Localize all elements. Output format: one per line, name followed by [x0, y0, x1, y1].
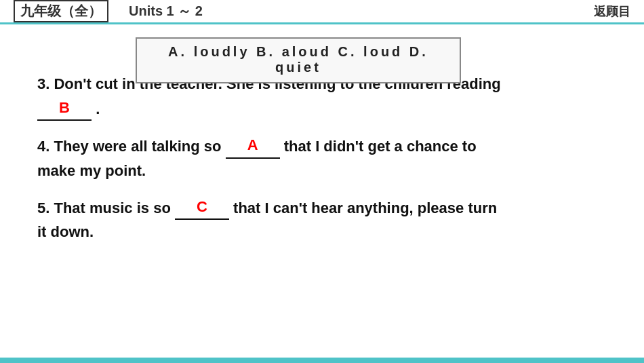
answer-options-box: A. loudly B. aloud C. loud D. quiet — [136, 37, 461, 83]
q5-text-after: that I can't hear anything, please turn — [233, 199, 497, 216]
q5-answer: C — [175, 195, 229, 220]
answer-line2: quiet — [150, 60, 446, 75]
q4-text-after2: make my point. — [37, 162, 146, 179]
back-button[interactable]: 返顾目 — [594, 3, 630, 20]
bottom-bar — [0, 358, 644, 363]
q5-text-before: That music is so — [54, 199, 170, 216]
q4-number: 4. — [37, 138, 54, 155]
question-5: 5. That music is so C that I can't hear … — [37, 195, 607, 244]
header-left: 九年级（全） Units 1 ～ 2 — [14, 0, 203, 22]
q3-text-after: . — [96, 100, 100, 117]
q4-answer: A — [226, 133, 280, 158]
q3-answer: B — [37, 96, 92, 121]
q5-number: 5. — [37, 199, 54, 216]
header: 九年级（全） Units 1 ～ 2 返顾目 — [0, 0, 644, 24]
content-area: 3. Don't cut in the teacher. She is list… — [0, 62, 644, 266]
q4-text-after: that I didn't get a chance to — [284, 138, 477, 155]
grade-label: 九年级（全） — [14, 0, 108, 22]
q4-text-before: They were all talking so — [54, 138, 221, 155]
q3-number: 3. — [37, 75, 54, 92]
units-label: Units 1 ～ 2 — [129, 2, 203, 20]
question-4: 4. They were all talking so A that I did… — [37, 133, 607, 182]
q5-text-after2: it down. — [37, 223, 94, 240]
answer-line1: A. loudly B. aloud C. loud D. — [150, 44, 446, 60]
